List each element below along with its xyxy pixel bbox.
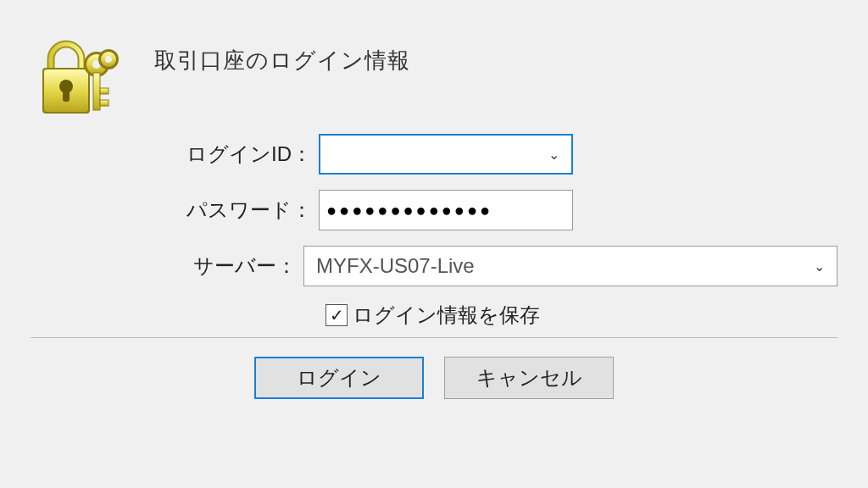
svg-rect-8	[100, 88, 108, 94]
dialog-header: 取引口座のログイン情報	[31, 34, 837, 127]
login-form: ログインID： ⌄ パスワード： ●●●●●●●●●●●●● サーバー： MYF…	[31, 134, 837, 329]
label-password: パスワード：	[31, 197, 319, 224]
label-login-id: ログインID：	[31, 141, 319, 168]
lock-keys-icon	[31, 34, 124, 127]
cancel-button-label: キャンセル	[476, 364, 582, 391]
row-login-id: ログインID： ⌄	[31, 134, 837, 175]
chevron-down-icon: ⌄	[814, 258, 830, 274]
chevron-down-icon: ⌄	[548, 147, 565, 163]
login-button[interactable]: ログイン	[254, 357, 424, 399]
server-value: MYFX-US07-Live	[316, 254, 475, 278]
svg-rect-9	[100, 100, 108, 106]
row-server: サーバー： MYFX-US07-Live ⌄	[31, 246, 837, 286]
login-id-combobox[interactable]: ⌄	[319, 134, 573, 175]
divider	[31, 337, 837, 338]
dialog-title: 取引口座のログイン情報	[154, 34, 410, 75]
check-icon: ✓	[330, 305, 344, 325]
svg-rect-3	[63, 86, 70, 102]
row-password: パスワード： ●●●●●●●●●●●●●	[31, 190, 837, 230]
save-login-checkbox[interactable]: ✓	[326, 304, 348, 326]
cancel-button[interactable]: キャンセル	[444, 357, 614, 399]
server-combobox[interactable]: MYFX-US07-Live ⌄	[303, 246, 837, 286]
save-login-label: ログイン情報を保存	[353, 302, 540, 329]
svg-point-12	[105, 56, 112, 63]
svg-rect-7	[93, 73, 100, 110]
password-value: ●●●●●●●●●●●●●	[326, 201, 492, 220]
login-button-label: ログイン	[297, 364, 381, 391]
label-server: サーバー：	[31, 252, 303, 280]
row-save-login: ✓ ログイン情報を保存	[326, 302, 837, 329]
login-dialog: 取引口座のログイン情報 ログインID： ⌄ パスワード： ●●●●●●●●●●●…	[0, 0, 868, 488]
password-field[interactable]: ●●●●●●●●●●●●●	[319, 190, 573, 230]
dialog-buttons: ログイン キャンセル	[31, 357, 837, 399]
